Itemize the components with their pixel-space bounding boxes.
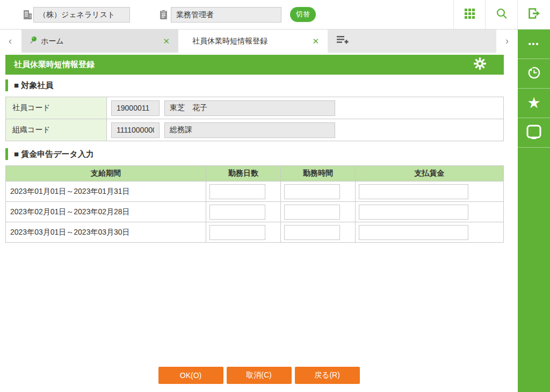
- logout-icon: [527, 7, 541, 22]
- star-icon: ★: [527, 96, 540, 111]
- tab-list-add-button[interactable]: [328, 30, 496, 53]
- history-icon: [526, 64, 542, 83]
- table-row: 2023年01月01日～2023年01月31日: [6, 182, 504, 202]
- paid-wages-input-jan[interactable]: [359, 184, 468, 199]
- paid-wages-input-mar[interactable]: [359, 225, 468, 240]
- memo-panel-button[interactable]: [518, 118, 550, 148]
- employee-code-field: [111, 100, 160, 116]
- tab-bar: ‹ ホーム ✕ 社員休業時短情報登録 ✕ ›: [0, 30, 518, 53]
- page-title: 社員休業時短情報登録: [5, 60, 473, 70]
- col-header-paid-wages: 支払賃金: [356, 166, 504, 182]
- table-header-row: 支給期間 勤務日数 勤務時間 支払賃金: [6, 166, 504, 182]
- gear-icon: [474, 57, 486, 72]
- role-input[interactable]: [171, 7, 281, 23]
- app-header: 切替: [0, 0, 550, 30]
- building-icon: [23, 10, 33, 22]
- tab-scroll-prev-button[interactable]: ‹: [0, 30, 20, 53]
- tab-employee-leave-registration[interactable]: 社員休業時短情報登録 ✕: [178, 30, 328, 53]
- wage-input-table: 支給期間 勤務日数 勤務時間 支払賃金 2023年01月01日～2023年01月…: [5, 165, 504, 243]
- tab-active-close-icon[interactable]: ✕: [311, 37, 320, 46]
- table-row: 2023年02月01日～2023年02月28日: [6, 202, 504, 222]
- side-rail: ••• ★: [518, 30, 550, 392]
- work-days-input-mar[interactable]: [209, 225, 265, 240]
- work-hours-input-jan[interactable]: [284, 184, 340, 199]
- pin-icon: [29, 36, 41, 46]
- more-dots-icon: •••: [529, 40, 540, 48]
- back-button[interactable]: 戻る(R): [295, 367, 360, 384]
- target-employee-table: 社員コード 組織コード: [5, 97, 504, 141]
- work-hours-input-feb[interactable]: [284, 205, 340, 220]
- pay-period-mar: 2023年03月01日～2023年03月30日: [6, 222, 206, 243]
- table-row: 社員コード: [6, 97, 504, 119]
- col-header-work-hours: 勤務時間: [281, 166, 356, 182]
- section-title-target-employee: ■ 対象社員: [5, 79, 53, 91]
- list-plus-icon: [336, 34, 349, 48]
- org-code-field: [111, 122, 160, 138]
- work-days-input-jan[interactable]: [209, 184, 265, 199]
- tab-home[interactable]: ホーム ✕: [21, 30, 178, 53]
- settings-button[interactable]: [473, 59, 486, 71]
- page-title-bar: 社員休業時短情報登録: [5, 55, 504, 75]
- pay-period-jan: 2023年01月01日～2023年01月31日: [6, 182, 206, 202]
- search-icon: [496, 8, 508, 21]
- pay-period-feb: 2023年02月01日～2023年02月28日: [6, 202, 206, 222]
- tab-active-label: 社員休業時短情報登録: [192, 37, 311, 46]
- col-header-pay-period: 支給期間: [6, 166, 206, 182]
- org-code-label: 組織コード: [6, 119, 107, 141]
- company-input[interactable]: [33, 7, 130, 23]
- apps-menu-button[interactable]: [453, 0, 485, 29]
- table-row: 組織コード: [6, 119, 504, 141]
- clipboard-icon: [159, 10, 168, 22]
- tab-scroll-next-button[interactable]: ›: [496, 30, 518, 53]
- section-title-wage-input: ■ 賃金申告データ入力: [5, 148, 94, 160]
- cancel-button[interactable]: 取消(C): [227, 367, 292, 384]
- employee-code-label: 社員コード: [6, 97, 107, 119]
- search-button[interactable]: [485, 0, 517, 29]
- tab-home-label: ホーム: [41, 37, 162, 46]
- chevron-left-icon: ‹: [9, 35, 12, 47]
- work-hours-input-mar[interactable]: [284, 225, 340, 240]
- work-days-input-feb[interactable]: [209, 205, 265, 220]
- tab-home-close-icon[interactable]: ✕: [162, 37, 171, 46]
- ok-button[interactable]: OK(O): [158, 367, 223, 384]
- more-menu-button[interactable]: •••: [518, 30, 550, 59]
- favorites-button[interactable]: ★: [518, 89, 550, 118]
- chevron-right-icon: ›: [505, 35, 509, 47]
- employee-name-field: [164, 100, 335, 116]
- footer-actions: OK(O) 取消(C) 戻る(R): [0, 367, 518, 384]
- col-header-work-days: 勤務日数: [206, 166, 281, 182]
- org-name-field: [164, 122, 335, 138]
- table-row: 2023年03月01日～2023年03月30日: [6, 222, 504, 243]
- grid-icon: [465, 9, 475, 21]
- history-button[interactable]: [518, 59, 550, 89]
- switch-role-button[interactable]: 切替: [290, 7, 316, 22]
- tray-icon: [526, 124, 542, 141]
- logout-button[interactable]: [517, 0, 550, 29]
- paid-wages-input-feb[interactable]: [359, 205, 468, 220]
